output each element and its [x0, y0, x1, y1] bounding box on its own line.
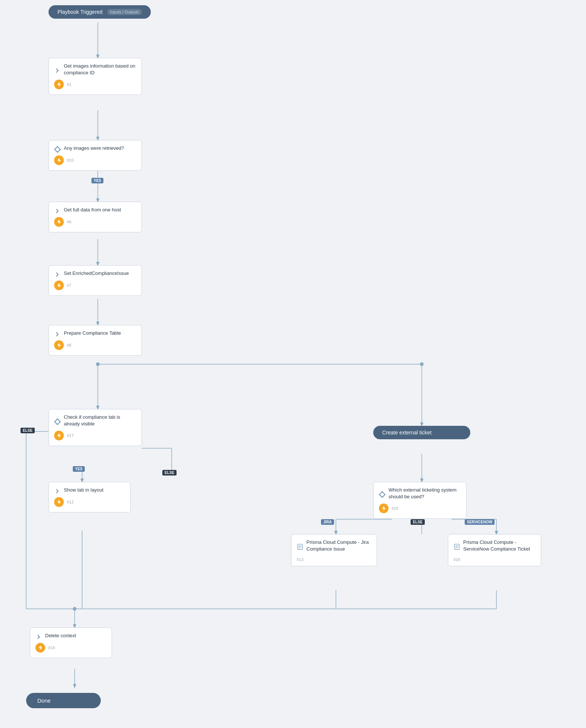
else-label-external: ELSE [411, 519, 425, 525]
get-images-lightning [54, 80, 64, 89]
get-full-data-node[interactable]: Get full data from one host #6 [49, 202, 142, 232]
flowchart-canvas: Playbook Triggered Inputs / Outputs Get … [0, 0, 586, 728]
prepare-compliance-lightning [54, 340, 64, 350]
set-enriched-lightning [54, 281, 64, 290]
chevron-right-icon-5 [54, 488, 61, 495]
else-label-check-left: ELSE [21, 428, 35, 433]
inputs-outputs-badge: Inputs / Outputs [107, 9, 142, 15]
set-enriched-number: #7 [67, 283, 71, 288]
create-external-ticket-node[interactable]: Create external ticket [373, 426, 470, 439]
connectors-svg [0, 0, 586, 728]
get-images-number: #1 [67, 82, 71, 87]
prepare-compliance-number: #8 [67, 343, 71, 347]
set-enriched-title: Set EnrichedComplianceIssue [64, 270, 129, 277]
check-compliance-title: Check if compliance tab is already visib… [64, 414, 136, 427]
any-images-lightning [54, 155, 64, 165]
show-tab-number: #12 [67, 500, 74, 504]
svg-rect-32 [54, 419, 60, 424]
any-images-number: #10 [67, 158, 74, 162]
delete-context-number: #18 [48, 645, 55, 650]
junction-dot-2 [420, 362, 424, 366]
delete-context-node[interactable]: Delete context #18 [30, 628, 112, 658]
get-full-data-title: Get full data from one host [64, 207, 121, 213]
prisma-servicenow-node[interactable]: Prisma Cloud Compute - ServiceNow Compli… [448, 534, 541, 566]
delete-context-title: Delete context [45, 632, 76, 639]
get-full-data-lightning [54, 217, 64, 227]
prisma-jira-title: Prisma Cloud Compute - Jira Compliance I… [306, 539, 371, 552]
servicenow-label: SERVICENOW [465, 519, 495, 525]
set-enriched-node[interactable]: Set EnrichedComplianceIssue #7 [49, 265, 142, 296]
diamond-icon-check [54, 418, 61, 425]
check-compliance-number: #17 [67, 433, 74, 438]
diamond-icon-which [379, 491, 386, 498]
get-full-data-number: #6 [67, 220, 71, 224]
check-compliance-node[interactable]: Check if compliance tab is already visib… [49, 409, 142, 446]
prisma-jira-number: #13 [297, 557, 303, 562]
which-external-node[interactable]: Which external ticketing system should b… [373, 482, 467, 519]
done-node[interactable]: Done [26, 693, 101, 708]
show-tab-title: Show tab in layout [64, 487, 103, 493]
jira-label: JIRA [321, 519, 334, 525]
get-images-node[interactable]: Get images information based on complian… [49, 58, 142, 95]
prepare-compliance-node[interactable]: Prepare Compliance Table #8 [49, 325, 142, 356]
prisma-servicenow-title: Prisma Cloud Compute - ServiceNow Compli… [463, 539, 536, 552]
junction-dot-1 [96, 362, 100, 366]
playbook-triggered-label: Playbook Triggered [57, 9, 103, 15]
svg-rect-31 [54, 146, 60, 152]
chevron-right-icon-2 [54, 208, 61, 214]
yes-label-any-images: YES [91, 178, 103, 183]
any-images-title: Any images were retrieved? [64, 145, 124, 152]
chevron-right-icon-4 [54, 331, 61, 338]
prisma-servicenow-number: #16 [453, 557, 460, 562]
chevron-right-icon-6 [35, 633, 42, 640]
show-tab-lightning [54, 497, 64, 507]
which-external-number: #15 [392, 506, 398, 511]
which-external-title: Which external ticketing system should b… [389, 487, 461, 500]
done-label: Done [37, 697, 51, 704]
check-compliance-lightning [54, 431, 64, 440]
show-tab-node[interactable]: Show tab in layout #12 [49, 482, 131, 512]
doc-icon-jira [297, 543, 303, 550]
playbook-triggered-node[interactable]: Playbook Triggered Inputs / Outputs [49, 5, 151, 19]
svg-rect-33 [379, 492, 385, 497]
chevron-right-icon-3 [54, 271, 61, 278]
prepare-compliance-title: Prepare Compliance Table [64, 330, 121, 337]
any-images-node[interactable]: Any images were retrieved? #10 [49, 140, 142, 171]
get-images-title: Get images information based on complian… [64, 63, 136, 76]
junction-dot-3 [73, 607, 77, 611]
create-external-label: Create external ticket [382, 430, 431, 436]
diamond-icon-any-images [54, 146, 61, 153]
chevron-right-icon [54, 67, 61, 74]
prisma-jira-node[interactable]: Prisma Cloud Compute - Jira Compliance I… [291, 534, 377, 566]
doc-icon-servicenow [453, 543, 460, 550]
yes-label-check: YES [73, 466, 85, 472]
which-external-lightning [379, 504, 389, 513]
delete-context-lightning [35, 643, 45, 653]
else-label-check-right: ELSE [162, 470, 177, 475]
